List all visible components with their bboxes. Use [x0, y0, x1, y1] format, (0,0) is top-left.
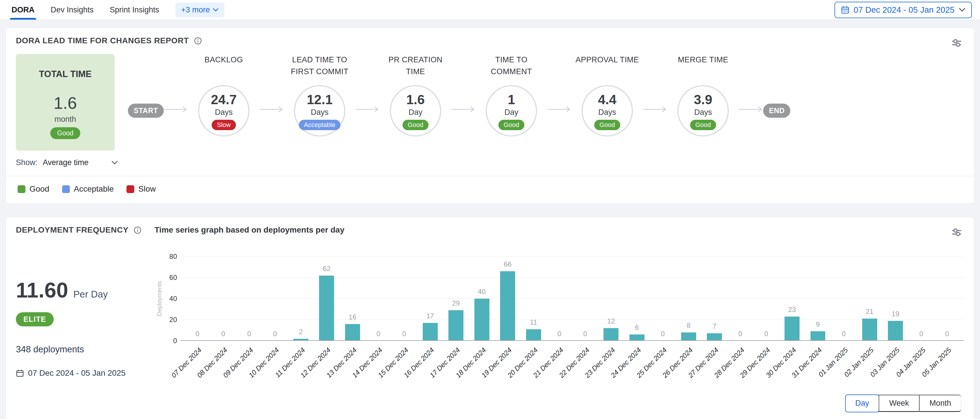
stage-lead-time-first-commit: LEAD TIME TO FIRST COMMIT 12.1 Days Acce… [284, 54, 355, 136]
tab-dev-insights[interactable]: Dev Insights [51, 0, 94, 20]
deployment-bar[interactable] [423, 323, 438, 341]
bar-column: 005 Jan 2025 [934, 257, 960, 341]
bar-column: 022 Dec 2024 [572, 257, 598, 341]
bar-column: 004 Jan 2025 [908, 257, 934, 341]
deployment-bar[interactable] [319, 276, 334, 341]
stage-circle[interactable]: 24.7 Days Slow [198, 85, 250, 136]
legend-swatch-good [18, 185, 25, 193]
deployment-bar[interactable] [603, 328, 619, 341]
bar-column: 624 Dec 2024 [624, 257, 650, 341]
flow-arrow [451, 106, 476, 113]
stage-unit: Days [311, 108, 329, 117]
stage-value: 1.6 [406, 92, 425, 107]
deployment-frequency-title: DEPLOYMENT FREQUENCY [16, 225, 129, 235]
lead-time-flow: START BACKLOG 24.7 Days Slow LEAD TIME T… [128, 54, 790, 136]
stage-circle[interactable]: 3.9 Days Good [678, 85, 729, 136]
deployment-bar[interactable] [345, 324, 360, 341]
deployment-bar[interactable] [810, 331, 826, 341]
bar-column: 2917 Dec 2024 [443, 257, 469, 341]
more-tabs-label: +3 more [181, 5, 210, 14]
stage-circle[interactable]: 4.4 Days Good [582, 85, 633, 136]
bar-column: 1903 Jan 2025 [882, 257, 908, 341]
stage-time-to-comment: TIME TO COMMENT 1 Day Good [476, 54, 547, 136]
total-time-value: 1.6 [54, 93, 77, 113]
chevron-down-icon [111, 160, 118, 165]
total-time-label: TOTAL TIME [39, 69, 92, 79]
tab-dora[interactable]: DORA [11, 0, 35, 20]
stage-unit: Days [598, 108, 616, 117]
bar-value-label: 0 [921, 330, 973, 338]
info-icon[interactable] [134, 226, 142, 234]
stage-value: 24.7 [211, 92, 237, 107]
deployment-bar[interactable] [784, 317, 800, 341]
status-badge: Good [690, 120, 716, 130]
granularity-week-button[interactable]: Week [879, 395, 919, 412]
status-badge: Good [402, 120, 428, 130]
deployment-bar[interactable] [474, 299, 489, 341]
legend-swatch-slow [126, 185, 134, 193]
y-axis-label: Deployments [154, 257, 164, 341]
bar-column: 015 Dec 2024 [391, 257, 417, 341]
status-badge: Good [50, 127, 80, 139]
show-metric-dropdown[interactable]: Show: Average time [16, 158, 964, 167]
chevron-down-icon [959, 8, 966, 12]
more-tabs-button[interactable]: +3 more [175, 3, 224, 17]
bar-column: 727 Dec 2024 [702, 257, 728, 341]
stage-circle[interactable]: 12.1 Days Acceptable [294, 85, 345, 136]
tier-badge: ELITE [16, 312, 54, 326]
bar-column: 007 Dec 2024 [185, 257, 210, 341]
deployment-rate-value: 11.60 [16, 278, 68, 302]
chart-title: Time series graph based on deployments p… [154, 225, 964, 235]
stage-label: LEAD TIME TO FIRST COMMIT [284, 54, 355, 85]
y-tick-label: 0 [173, 337, 177, 345]
total-time-card: TOTAL TIME 1.6 month Good [16, 54, 115, 151]
stage-unit: Day [504, 108, 518, 117]
stage-approval-time: APPROVAL TIME 4.4 Days Good [571, 54, 643, 136]
lead-time-title: DORA LEAD TIME FOR CHANGES REPORT [16, 36, 189, 45]
sliders-settings-icon[interactable] [951, 38, 963, 48]
deployment-bar[interactable] [500, 271, 515, 341]
bar-column: 6212 Dec 2024 [314, 257, 340, 341]
status-badge: Good [498, 120, 524, 130]
calendar-icon [16, 369, 24, 377]
deployment-bar[interactable] [449, 310, 463, 341]
stage-circle[interactable]: 1 Day Good [486, 85, 537, 136]
sliders-settings-icon[interactable] [951, 227, 963, 238]
deployment-bar[interactable] [526, 329, 541, 341]
calendar-icon [841, 5, 850, 14]
date-range-picker[interactable]: 07 Dec 2024 - 05 Jan 2025 [834, 2, 972, 18]
legend-item-acceptable: Acceptable [62, 184, 114, 194]
show-value: Average time [43, 158, 89, 167]
tab-bar: DORA Dev Insights Sprint Insights +3 mor… [11, 0, 224, 20]
bar-column: 6619 Dec 2024 [495, 257, 520, 341]
stage-value: 12.1 [307, 92, 332, 107]
y-tick-label: 40 [169, 295, 177, 303]
deployment-bar[interactable] [681, 332, 696, 341]
stage-merge-time: MERGE TIME 3.9 Days Good [667, 54, 739, 136]
x-axis-baseline [180, 340, 964, 341]
deployment-bar[interactable] [862, 319, 877, 341]
stage-value: 1 [508, 92, 515, 107]
bar-column: 1120 Dec 2024 [520, 257, 547, 341]
granularity-month-button[interactable]: Month [919, 395, 961, 412]
tab-sprint-insights[interactable]: Sprint Insights [110, 0, 159, 20]
start-pill: START [128, 103, 164, 118]
status-badge: Acceptable [299, 120, 341, 130]
end-pill: END [763, 103, 790, 118]
deployment-frequency-card: DEPLOYMENT FREQUENCY 11.60 Per Day ELITE… [6, 217, 974, 419]
deployment-bar[interactable] [888, 321, 903, 341]
flow-arrow [259, 106, 284, 113]
bar-column: 008 Dec 2024 [210, 257, 237, 341]
granularity-day-button[interactable]: Day [845, 394, 879, 413]
stage-unit: Days [694, 108, 712, 117]
stage-label: TIME TO COMMENT [476, 54, 547, 85]
deployment-rate-unit: Per Day [73, 289, 108, 300]
stage-circle[interactable]: 1.6 Day Good [390, 85, 441, 136]
stage-label: BACKLOG [203, 54, 245, 85]
legend-label: Good [29, 184, 49, 194]
deployment-bar[interactable] [707, 333, 722, 341]
info-icon[interactable] [194, 37, 202, 45]
stage-pr-creation-time: PR CREATION TIME 1.6 Day Good [380, 54, 451, 136]
bar-column: 2102 Jan 2025 [857, 257, 883, 341]
granularity-toggle: Day Week Month [845, 394, 961, 412]
